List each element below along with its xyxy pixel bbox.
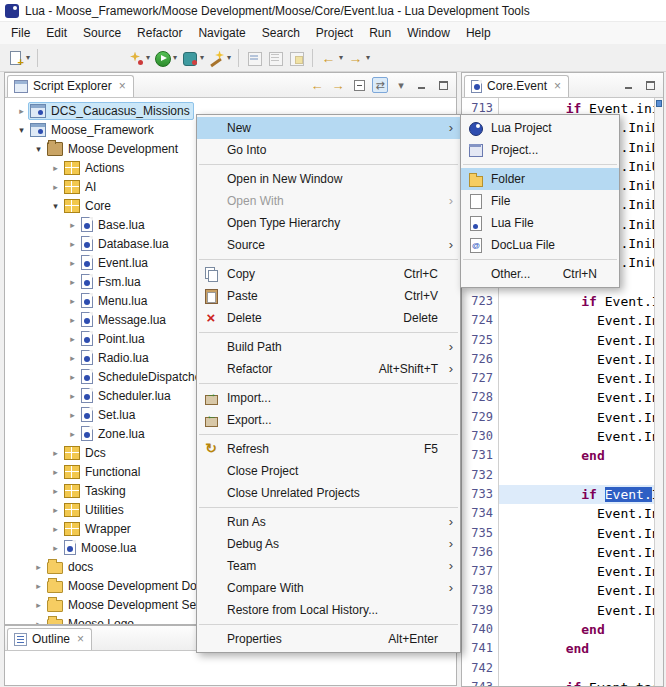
expanded-arrow-icon[interactable]: ▾ xyxy=(15,125,28,135)
menu-edit[interactable]: Edit xyxy=(38,23,75,43)
collapsed-arrow-icon[interactable]: ▸ xyxy=(49,467,62,477)
menu-item-export[interactable]: Export... xyxy=(197,409,460,431)
new-wizard-icon xyxy=(7,50,24,66)
collapsed-arrow-icon[interactable]: ▸ xyxy=(66,296,79,306)
menu-help[interactable]: Help xyxy=(458,23,499,43)
menu-run[interactable]: Run xyxy=(361,23,399,43)
menu-item-close-project[interactable]: Close Project xyxy=(197,460,460,482)
menu-item-team[interactable]: Team› xyxy=(197,555,460,577)
minimize-icon[interactable] xyxy=(621,77,637,93)
collapse-all-icon[interactable] xyxy=(351,77,367,93)
collapsed-arrow-icon[interactable]: ▸ xyxy=(49,182,62,192)
expanded-arrow-icon[interactable]: ▾ xyxy=(32,144,45,154)
menu-item-compare-with[interactable]: Compare With› xyxy=(197,577,460,599)
run-button[interactable]: ▾ xyxy=(152,46,179,70)
menu-window[interactable]: Window xyxy=(399,23,458,43)
outline-tab[interactable]: Outline × xyxy=(7,628,92,650)
collapsed-arrow-icon[interactable]: ▸ xyxy=(66,258,79,268)
collapsed-arrow-icon[interactable]: ▸ xyxy=(49,486,62,496)
menu-item-source[interactable]: Source› xyxy=(197,234,460,256)
menu-item-refactor[interactable]: RefactorAlt+Shift+T› xyxy=(197,358,460,380)
external-tools-button[interactable]: ▾ xyxy=(125,46,152,70)
forward-icon[interactable]: → xyxy=(330,77,346,93)
collapsed-arrow-icon[interactable]: ▸ xyxy=(49,505,62,515)
collapsed-arrow-icon[interactable]: ▸ xyxy=(66,391,79,401)
minimize-icon[interactable] xyxy=(414,77,430,93)
editor-tab[interactable]: Core.Event × xyxy=(464,75,569,97)
collapsed-arrow-icon[interactable]: ▸ xyxy=(66,410,79,420)
back-button[interactable]: ←▾ xyxy=(318,46,345,70)
submenu-item-other[interactable]: Other...Ctrl+N xyxy=(461,263,619,285)
close-tab-icon[interactable]: × xyxy=(552,81,561,91)
dropdown-arrow-icon[interactable]: ▾ xyxy=(366,53,370,62)
submenu-item-doclua-file[interactable]: DocLua File xyxy=(461,234,619,256)
forward-button[interactable]: →▾ xyxy=(345,46,372,70)
dropdown-arrow-icon[interactable]: ▾ xyxy=(146,53,150,62)
collapsed-arrow-icon[interactable]: ▸ xyxy=(32,619,45,625)
maximize-icon[interactable] xyxy=(435,77,451,93)
menu-project[interactable]: Project xyxy=(308,23,361,43)
collapsed-arrow-icon[interactable]: ▸ xyxy=(66,277,79,287)
menu-item-refresh[interactable]: ↻RefreshF5 xyxy=(197,438,460,460)
collapsed-arrow-icon[interactable]: ▸ xyxy=(49,524,62,534)
menu-item-close-unrelated-projects[interactable]: Close Unrelated Projects xyxy=(197,482,460,504)
view-menu-icon[interactable]: ▾ xyxy=(393,77,409,93)
coverage-button[interactable]: ▾ xyxy=(179,46,206,70)
menu-item-delete[interactable]: ×DeleteDelete xyxy=(197,307,460,329)
menu-item-paste[interactable]: PasteCtrl+V xyxy=(197,285,460,307)
menu-item-build-path[interactable]: Build Path› xyxy=(197,336,460,358)
collapsed-arrow-icon[interactable]: ▸ xyxy=(66,220,79,230)
menu-refactor[interactable]: Refactor xyxy=(129,23,190,43)
close-tab-icon[interactable]: × xyxy=(117,81,126,91)
overview-ruler[interactable] xyxy=(654,98,663,686)
collapsed-arrow-icon[interactable]: ▸ xyxy=(15,106,28,116)
menu-item-import[interactable]: Import... xyxy=(197,387,460,409)
dropdown-arrow-icon[interactable]: ▾ xyxy=(173,53,177,62)
menu-search[interactable]: Search xyxy=(254,23,308,43)
collapsed-arrow-icon[interactable]: ▸ xyxy=(66,334,79,344)
menu-item-copy[interactable]: CopyCtrl+C xyxy=(197,263,460,285)
collapsed-arrow-icon[interactable]: ▸ xyxy=(66,315,79,325)
dropdown-arrow-icon[interactable]: ▾ xyxy=(200,53,204,62)
submenu-item-lua-project[interactable]: Lua Project xyxy=(461,117,619,139)
menu-item-go-into[interactable]: Go Into xyxy=(197,139,460,161)
dropdown-arrow-icon[interactable]: ▾ xyxy=(26,53,30,62)
back-icon[interactable]: ← xyxy=(309,77,325,93)
line-number: 735 xyxy=(462,524,498,543)
collapsed-arrow-icon[interactable]: ▸ xyxy=(49,543,62,553)
new-from-template-button[interactable]: ▾ xyxy=(206,46,233,70)
collapsed-arrow-icon[interactable]: ▸ xyxy=(66,239,79,249)
menu-source[interactable]: Source xyxy=(75,23,129,43)
submenu-item-lua-file[interactable]: Lua File xyxy=(461,212,619,234)
maximize-icon[interactable] xyxy=(642,77,658,93)
collapsed-arrow-icon[interactable]: ▸ xyxy=(32,600,45,610)
collapsed-arrow-icon[interactable]: ▸ xyxy=(66,429,79,439)
submenu-arrow-icon: › xyxy=(449,555,453,577)
collapsed-arrow-icon[interactable]: ▸ xyxy=(49,448,62,458)
menu-item-open-type-hierarchy[interactable]: Open Type Hierarchy xyxy=(197,212,460,234)
collapsed-arrow-icon[interactable]: ▸ xyxy=(32,581,45,591)
link-with-editor-icon[interactable]: ⇄ xyxy=(372,77,388,93)
new-wizard-button[interactable]: ▾ xyxy=(5,46,32,70)
menu-file[interactable]: File xyxy=(3,23,38,43)
collapsed-arrow-icon[interactable]: ▸ xyxy=(66,353,79,363)
menu-item-restore-from-local-history[interactable]: Restore from Local History... xyxy=(197,599,460,621)
menu-navigate[interactable]: Navigate xyxy=(190,23,253,43)
expanded-arrow-icon[interactable]: ▾ xyxy=(49,201,62,211)
collapsed-arrow-icon[interactable]: ▸ xyxy=(49,163,62,173)
submenu-item-folder[interactable]: Folder xyxy=(461,168,619,190)
close-tab-icon[interactable]: × xyxy=(75,634,84,644)
dropdown-arrow-icon[interactable]: ▾ xyxy=(227,53,231,62)
script-explorer-tab[interactable]: Script Explorer × xyxy=(7,75,134,97)
menu-item-new[interactable]: New› xyxy=(197,117,460,139)
menu-separator xyxy=(463,164,617,165)
menu-item-open-in-new-window[interactable]: Open in New Window xyxy=(197,168,460,190)
submenu-item-file[interactable]: File xyxy=(461,190,619,212)
submenu-item-project[interactable]: Project... xyxy=(461,139,619,161)
menu-item-debug-as[interactable]: Debug As› xyxy=(197,533,460,555)
collapsed-arrow-icon[interactable]: ▸ xyxy=(66,372,79,382)
menu-item-run-as[interactable]: Run As› xyxy=(197,511,460,533)
collapsed-arrow-icon[interactable]: ▸ xyxy=(32,562,45,572)
menu-item-properties[interactable]: PropertiesAlt+Enter xyxy=(197,628,460,650)
dropdown-arrow-icon[interactable]: ▾ xyxy=(339,53,343,62)
